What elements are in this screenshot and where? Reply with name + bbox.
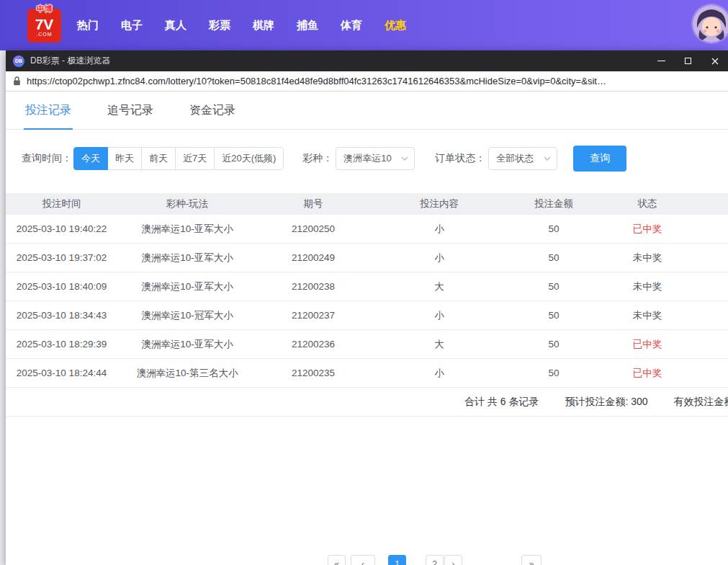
page-content: 投注记录 追号记录 资金记录 查询时间： 今天 昨天 前天 近7天 近20天(低… — [6, 92, 728, 565]
tab-bar: 投注记录 追号记录 资金记录 — [6, 92, 728, 130]
query-time-label: 查询时间： — [22, 152, 72, 165]
bet-time-cell: 2025-03-10 18:34:43 — [6, 310, 117, 321]
top-navbar: 申博 7V .COM 热门 电子 真人 彩票 棋牌 捕鱼 体育 优惠 — [0, 0, 728, 50]
table-summary: 合计 共 6 条记录 预计投注金额: 300 有效投注金额: — [6, 388, 728, 417]
game-play-cell: 澳洲幸运10-亚军大小 — [117, 338, 257, 351]
time-filter-today[interactable]: 今天 — [73, 147, 108, 170]
chevron-down-icon — [544, 156, 551, 161]
close-icon — [711, 58, 719, 65]
issue-cell: 21200237 — [257, 310, 369, 321]
status-cell: 已中奖 — [598, 223, 696, 236]
game-play-cell: 澳洲幸运10-亚军大小 — [117, 280, 257, 293]
search-button[interactable]: 查询 — [573, 146, 626, 172]
bet-time-cell: 2025-03-10 19:40:22 — [6, 223, 117, 234]
browser-window: DB DB彩票 - 极速浏览器 https://ctop02pchwp1.zfn… — [6, 50, 728, 565]
time-filter-day-before[interactable]: 前天 — [141, 147, 176, 170]
user-avatar[interactable] — [693, 5, 728, 43]
main-nav: 热门 电子 真人 彩票 棋牌 捕鱼 体育 优惠 — [77, 19, 406, 32]
page-first-button[interactable]: « — [328, 555, 346, 565]
table-row: 2025-03-10 19:37:02 澳洲幸运10-亚军大小 21200249… — [6, 244, 728, 272]
bet-content-cell: 小 — [369, 252, 509, 264]
valid-amount-text: 有效投注金额: — [674, 396, 728, 409]
logo-sub-text: .COM — [36, 32, 52, 37]
site-logo[interactable]: 申博 7V .COM — [27, 9, 61, 43]
page-prev-button[interactable]: ‹ — [351, 555, 375, 565]
minimize-icon — [657, 61, 665, 61]
game-play-cell: 澳洲幸运10-第三名大小 — [117, 367, 257, 380]
bet-amount-cell: 50 — [509, 368, 598, 378]
nav-item-slots[interactable]: 电子 — [121, 19, 143, 32]
table-row: 2025-03-10 18:40:09 澳洲幸运10-亚军大小 21200238… — [6, 272, 728, 301]
bet-time-cell: 2025-03-10 18:40:09 — [6, 281, 117, 292]
logo-main-text: 7V — [35, 17, 54, 32]
expected-amount-text: 预计投注金额: 300 — [565, 396, 647, 409]
page-last-button[interactable]: » — [521, 555, 541, 565]
header-bet-amount: 投注金额 — [509, 197, 598, 210]
tab-chase-records[interactable]: 追号记录 — [106, 103, 155, 129]
browser-titlebar: DB DB彩票 - 极速浏览器 — [6, 50, 728, 71]
window-title: DB彩票 - 极速浏览器 — [30, 55, 110, 67]
order-status-value: 全部状态 — [496, 152, 534, 165]
page-next-button[interactable]: › — [444, 555, 462, 565]
records-table: 投注时间 彩种-玩法 期号 投注内容 投注金额 状态 2025-03-10 19… — [6, 193, 728, 417]
time-filter-yesterday[interactable]: 昨天 — [107, 147, 142, 170]
bet-time-cell: 2025-03-10 18:24:44 — [6, 368, 117, 378]
table-row: 2025-03-10 18:34:43 澳洲幸运10-冠军大小 21200237… — [6, 301, 728, 330]
issue-cell: 21200249 — [257, 252, 369, 263]
bet-amount-cell: 50 — [509, 310, 598, 321]
address-bar[interactable]: https://ctop02pchwp1.zfnc84.com/lottery/… — [6, 71, 728, 92]
page-2-button[interactable]: 2 — [426, 555, 444, 565]
tab-funds-records[interactable]: 资金记录 — [188, 103, 237, 129]
nav-item-sports[interactable]: 体育 — [341, 19, 362, 32]
bet-time-cell: 2025-03-10 19:37:02 — [6, 252, 117, 263]
time-filter-20days[interactable]: 近20天(低频) — [214, 147, 284, 170]
pagination: « ‹ 1 2 › » — [328, 555, 541, 565]
bet-content-cell: 小 — [369, 223, 509, 236]
status-cell: 已中奖 — [598, 338, 696, 351]
total-records-text: 合计 共 6 条记录 — [464, 396, 539, 409]
time-filter-group: 今天 昨天 前天 近7天 近20天(低频) — [73, 147, 284, 170]
nav-item-live[interactable]: 真人 — [165, 19, 187, 32]
status-cell: 未中奖 — [598, 252, 696, 264]
nav-item-lottery[interactable]: 彩票 — [209, 19, 230, 32]
maximize-button[interactable] — [675, 50, 701, 71]
header-bet-content: 投注内容 — [369, 197, 509, 210]
table-row: 2025-03-10 18:24:44 澳洲幸运10-第三名大小 2120023… — [6, 359, 728, 388]
bet-amount-cell: 50 — [509, 339, 598, 350]
tab-bet-records[interactable]: 投注记录 — [24, 103, 73, 129]
order-status-label: 订单状态： — [435, 152, 485, 165]
close-button[interactable] — [701, 50, 728, 71]
minimize-button[interactable] — [648, 50, 675, 71]
table-header: 投注时间 彩种-玩法 期号 投注内容 投注金额 状态 — [6, 193, 728, 215]
time-filter-7days[interactable]: 近7天 — [175, 147, 215, 170]
lottery-type-label: 彩种： — [302, 152, 333, 165]
game-play-cell: 澳洲幸运10-亚军大小 — [117, 223, 257, 236]
header-bet-time: 投注时间 — [6, 197, 117, 210]
url-text[interactable]: https://ctop02pchwp1.zfnc84.com/lottery/… — [27, 76, 721, 86]
lottery-type-select[interactable]: 澳洲幸运10 — [336, 147, 415, 170]
order-status-select[interactable]: 全部状态 — [488, 147, 557, 170]
nav-item-promos[interactable]: 优惠 — [385, 19, 406, 32]
issue-cell: 21200235 — [257, 368, 369, 378]
game-play-cell: 澳洲幸运10-冠军大小 — [117, 309, 257, 322]
bet-amount-cell: 50 — [509, 223, 598, 234]
logo-top-text: 申博 — [37, 4, 53, 14]
lottery-type-value: 澳洲幸运10 — [343, 152, 391, 165]
nav-item-hot[interactable]: 热门 — [77, 19, 99, 32]
status-cell: 已中奖 — [598, 367, 696, 380]
chevron-down-icon — [401, 156, 408, 161]
game-play-cell: 澳洲幸运10-亚军大小 — [117, 252, 257, 264]
bet-content-cell: 小 — [369, 309, 509, 322]
bet-content-cell: 小 — [369, 367, 509, 380]
page-1-button[interactable]: 1 — [388, 555, 406, 565]
issue-cell: 21200236 — [257, 339, 369, 350]
bet-amount-cell: 50 — [509, 281, 598, 292]
nav-item-board-games[interactable]: 棋牌 — [253, 19, 274, 32]
header-status: 状态 — [598, 197, 696, 210]
status-cell: 未中奖 — [598, 280, 696, 293]
browser-favicon: DB — [13, 55, 24, 67]
nav-item-fishing[interactable]: 捕鱼 — [297, 19, 318, 32]
bet-content-cell: 大 — [369, 338, 509, 351]
header-game-play: 彩种-玩法 — [117, 197, 257, 210]
bet-amount-cell: 50 — [509, 252, 598, 263]
